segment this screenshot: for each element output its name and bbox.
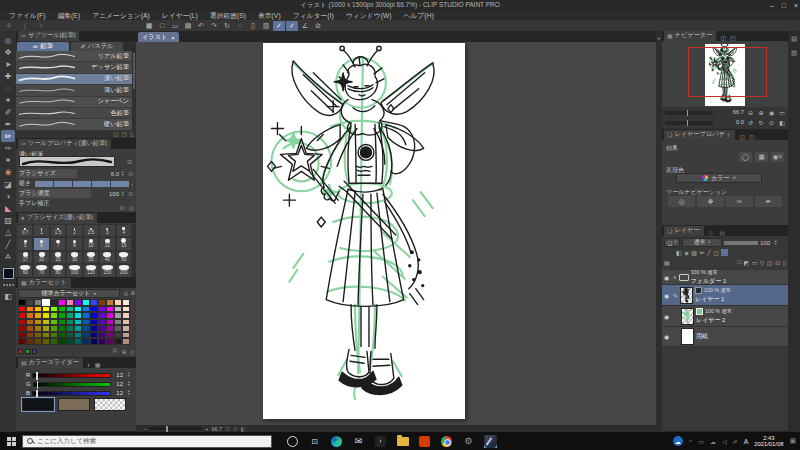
brush-size-preset[interactable]: 1.5	[50, 224, 66, 237]
pen-settings-icon[interactable]: ✐	[733, 438, 738, 445]
menu-window[interactable]: ウィンドウ(W)	[341, 11, 397, 21]
menu-layer[interactable]: レイヤー(L)	[157, 11, 203, 21]
color-swatch[interactable]	[58, 299, 66, 306]
text-tool-icon[interactable]: A	[1, 250, 15, 262]
brush-size-preset[interactable]: 25	[50, 251, 66, 264]
mail-icon[interactable]: ✉	[352, 435, 365, 448]
color-swatch[interactable]	[74, 332, 82, 339]
layer-row[interactable]: ◉ 100 % 通常 レイヤー 2	[662, 306, 788, 327]
color-swatch[interactable]	[82, 312, 90, 319]
color-swatch[interactable]	[42, 338, 50, 345]
expression-color-dropdown[interactable]: カラー ˅	[676, 173, 762, 183]
color-swatch[interactable]	[98, 299, 106, 306]
hardness-expand-icon[interactable]: ›	[131, 181, 133, 187]
brush-item[interactable]: リアル鉛筆	[16, 51, 132, 62]
close-button[interactable]: ×	[794, 2, 798, 9]
history-back-icon[interactable]: ✛	[3, 21, 15, 31]
color-swatch[interactable]	[34, 299, 42, 306]
color-swatch[interactable]	[50, 299, 58, 306]
visibility-eye-icon[interactable]: ◉	[664, 313, 671, 320]
color-swatch[interactable]	[90, 319, 98, 326]
dynamics-icon[interactable]: ⊙	[128, 170, 133, 177]
figure-tool-icon[interactable]: △	[1, 226, 15, 238]
color-swatch[interactable]	[82, 306, 90, 313]
color-swatch[interactable]	[106, 319, 114, 326]
brush-size-preset[interactable]: 7	[50, 237, 66, 250]
rotate-right-icon[interactable]: ↻	[757, 118, 765, 126]
chrome-icon[interactable]	[440, 435, 453, 448]
color-swatch[interactable]	[58, 325, 66, 332]
color-swatch[interactable]	[66, 325, 74, 332]
wave-tone-icon[interactable]: ▦	[143, 21, 155, 31]
new-folder-icon[interactable]: ▭	[752, 259, 758, 266]
information-tab-icon[interactable]: ◰	[730, 34, 736, 41]
color-swatch[interactable]	[66, 306, 74, 313]
zoom-tool-icon[interactable]: ◎	[1, 34, 15, 46]
flip-view-icon[interactable]: ◧	[240, 426, 245, 432]
color-swatch[interactable]	[74, 319, 82, 326]
color-swatch[interactable]	[106, 338, 114, 345]
layer-panel-tab[interactable]: ❏レイヤー	[664, 226, 704, 236]
selection-tool-icon[interactable]: ◌	[1, 82, 15, 94]
color-swatch[interactable]	[98, 325, 106, 332]
color-swatch[interactable]	[122, 312, 130, 319]
enable-mask-icon[interactable]: ◫	[713, 249, 719, 256]
merge-down-icon[interactable]: ◫	[767, 259, 773, 266]
brush-size-preset[interactable]: 12	[99, 237, 115, 250]
color-swatch[interactable]	[58, 332, 66, 339]
animation-tab-icon[interactable]: ◫	[739, 133, 745, 140]
start-button[interactable]	[0, 432, 22, 450]
brush-size-preset[interactable]: 0.7	[17, 224, 33, 237]
green-slider[interactable]	[33, 382, 111, 387]
onedrive-icon[interactable]: ☁	[673, 436, 683, 446]
color-swatch[interactable]	[106, 332, 114, 339]
edit-set-icon[interactable]: ⊞	[130, 290, 135, 296]
color-set-panel-tab[interactable]: ▦カラーセット	[18, 278, 71, 288]
decoration-tool-icon[interactable]: ❀	[1, 166, 15, 178]
density-stepper[interactable]: ▲▼	[121, 191, 126, 196]
stabilization-row[interactable]: 手ブレ補正	[19, 199, 133, 208]
clip-studio-paint-taskbar-icon[interactable]	[484, 435, 497, 448]
zoom-100-icon[interactable]: ◉	[768, 108, 776, 116]
detail-settings-icon[interactable]: ◎	[129, 204, 134, 211]
gradient-tool-icon[interactable]: ▨	[1, 214, 15, 226]
tool-property-tab[interactable]: ✑ツールプロパティ[濃い鉛筆]	[18, 139, 111, 149]
action-center-icon[interactable]: ▣	[789, 437, 796, 445]
zoom-in-icon[interactable]: ⊕	[757, 108, 765, 116]
color-swatch[interactable]	[26, 312, 34, 319]
brush-size-preset[interactable]: 120	[83, 264, 99, 277]
color-swatch[interactable]	[66, 299, 74, 306]
blue-stepper[interactable]: ▲▼	[127, 390, 132, 395]
color-swatch[interactable]	[42, 319, 50, 326]
grid-icon[interactable]: ▥	[260, 21, 272, 31]
color-swatch[interactable]	[122, 306, 130, 313]
snap-special-icon[interactable]: ✓	[286, 21, 298, 31]
brush-size-preset[interactable]: 80	[50, 264, 66, 277]
color-swatch[interactable]	[90, 332, 98, 339]
brush-size-row[interactable]: ブラシサイズ 6.0 ▲▼ ⊙	[19, 169, 133, 178]
toolnav-brush-icon[interactable]: ✑	[726, 196, 753, 207]
ime-indicator[interactable]: A	[744, 438, 749, 445]
color-swatch[interactable]	[50, 338, 58, 345]
color-swatch[interactable]	[26, 319, 34, 326]
dynamics-icon[interactable]: ⊙	[128, 190, 133, 197]
navigator-preview[interactable]	[662, 42, 788, 108]
color-swatch[interactable]	[122, 319, 130, 326]
color-swatch[interactable]	[26, 306, 34, 313]
tab-close-icon[interactable]: ×	[171, 34, 175, 41]
maximize-button[interactable]: □	[782, 2, 786, 9]
color-swatch[interactable]	[90, 312, 98, 319]
subtool-panel-tab[interactable]: ✑サブツール[鉛筆]	[18, 31, 79, 41]
color-swatch[interactable]	[122, 299, 130, 306]
file-explorer-icon[interactable]	[396, 435, 409, 448]
brush-size-preset[interactable]: 15	[116, 237, 132, 250]
color-swatch[interactable]	[122, 338, 130, 345]
brush-size-preset[interactable]: 200	[116, 264, 132, 277]
color-swatch[interactable]	[106, 312, 114, 319]
brush-size-preset[interactable]: 2	[66, 224, 82, 237]
main-color-swatch[interactable]	[3, 268, 14, 279]
clip-below-icon[interactable]: ◧	[676, 249, 682, 256]
zoom-slider[interactable]	[150, 427, 202, 430]
transfer-layer-icon[interactable]: ▽	[760, 259, 765, 266]
volume-icon[interactable]: ◁	[722, 438, 727, 445]
